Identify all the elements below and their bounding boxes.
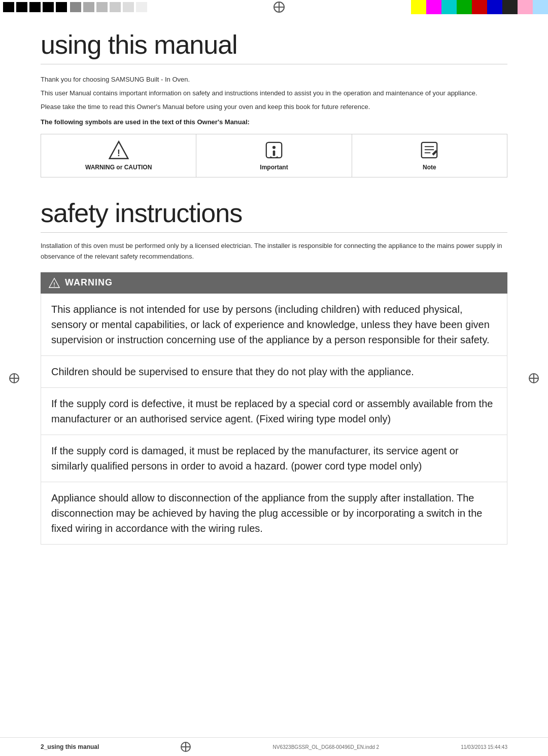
black-square-3 — [29, 2, 41, 12]
using-manual-title: using this manual — [41, 29, 507, 64]
warning-item-5: Appliance should allow to disconnection … — [41, 482, 507, 544]
page-content: using this manual Thank you for choosing… — [0, 14, 548, 575]
black-square-1 — [3, 2, 14, 12]
note-icon — [420, 140, 439, 160]
black-square-4 — [43, 2, 54, 12]
swatch-yellow — [411, 0, 426, 14]
top-crosshair — [273, 2, 285, 13]
footer-crosshair — [181, 742, 191, 752]
warning-item-2: Children should be supervised to ensure … — [41, 356, 507, 388]
svg-text:!: ! — [53, 281, 55, 287]
warning-item-4: If the supply cord is damaged, it must b… — [41, 435, 507, 482]
svg-rect-4 — [273, 151, 276, 156]
intro-line-2: This user Manual contains important info… — [41, 88, 507, 99]
warning-items-container: This appliance is not intended for use b… — [41, 294, 507, 545]
symbols-heading: The following symbols are used in the te… — [41, 118, 507, 126]
svg-text:!: ! — [117, 148, 120, 158]
swatch-blue — [487, 0, 502, 14]
gray-square-1 — [70, 2, 81, 12]
warning-banner: ! WARNING — [41, 272, 507, 294]
symbol-cell-important: Important — [196, 134, 352, 177]
warning-triangle-icon: ! — [109, 140, 129, 160]
warning-item-3: If the supply cord is defective, it must… — [41, 388, 507, 435]
warning-label: WARNING or CAUTION — [85, 164, 152, 171]
black-square-2 — [16, 2, 27, 12]
footer-bar: 2_using this manual NV6323BGSSR_OL_DG68-… — [0, 737, 548, 756]
safety-instructions-section: safety instructions Installation of this… — [41, 198, 507, 545]
swatch-lightblue — [533, 0, 548, 14]
color-bar-top — [0, 0, 548, 14]
gray-square-2 — [83, 2, 94, 12]
intro-line-3: Please take the time to read this Owner'… — [41, 102, 507, 113]
date-info: 11/03/2013 15:44:43 — [461, 744, 507, 750]
important-icon — [264, 140, 284, 160]
gray-square-6 — [136, 2, 147, 12]
note-label: Note — [423, 164, 436, 171]
gray-square-5 — [123, 2, 134, 12]
swatch-magenta — [426, 0, 441, 14]
gray-squares — [70, 0, 147, 14]
left-crosshair — [9, 373, 19, 383]
safety-intro-text: Installation of this oven must be perfor… — [41, 241, 507, 262]
intro-line-1: Thank you for choosing SAMSUNG Built - I… — [41, 75, 507, 85]
swatch-green — [457, 0, 472, 14]
warning-banner-label: WARNING — [65, 277, 113, 288]
right-crosshair — [529, 373, 539, 383]
gray-square-3 — [96, 2, 108, 12]
file-info: NV6323BGSSR_OL_DG68-00496D_EN.indd 2 — [273, 744, 380, 750]
safety-instructions-title: safety instructions — [41, 198, 507, 233]
important-label: Important — [260, 164, 288, 171]
page-number: 2_using this manual — [41, 743, 99, 750]
swatch-pink — [518, 0, 533, 14]
using-manual-section: using this manual Thank you for choosing… — [41, 29, 507, 177]
swatch-cyan — [441, 0, 457, 14]
swatch-black — [502, 0, 518, 14]
black-squares — [0, 0, 70, 14]
warning-item-1: This appliance is not intended for use b… — [41, 294, 507, 356]
warning-banner-triangle-icon: ! — [49, 277, 60, 289]
symbol-cell-warning: ! WARNING or CAUTION — [41, 134, 196, 177]
top-bar-center — [147, 0, 411, 14]
color-swatches-right — [411, 0, 548, 14]
svg-point-3 — [272, 146, 276, 149]
symbols-table: ! WARNING or CAUTION Important — [41, 134, 507, 177]
symbol-cell-note: Note — [352, 134, 507, 177]
swatch-red — [472, 0, 487, 14]
black-square-5 — [56, 2, 67, 12]
gray-square-4 — [110, 2, 121, 12]
